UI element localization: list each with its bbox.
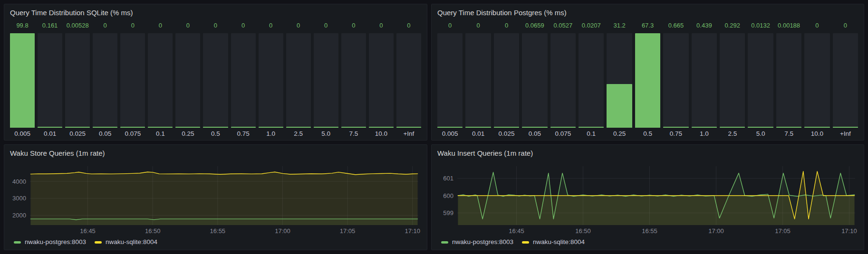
bar-value-label: 0 [494,22,519,30]
series-fill-nwaku-sqlite:8004 [30,172,417,225]
bar-category-label: 0.075 [120,128,145,137]
bar-track [93,33,117,128]
bar-cell: 05.0 [314,22,338,137]
bar-track [550,33,576,128]
bar-track [494,33,519,128]
legend-series-swatch [14,241,21,244]
bar-cell: 00.075 [120,22,145,137]
bar-cell: 00.01 [465,22,491,137]
bar-value-label: 0.161 [38,22,62,30]
bar-value-label: 0 [369,22,394,30]
legend-item-nwaku-sqlite:8004[interactable]: nwaku-sqlite:8004 [95,237,157,247]
bar-category-label: 0.5 [203,128,228,137]
bar-fill [522,127,547,128]
bar-category-label: 1.0 [259,128,283,137]
bar-fill [314,127,338,128]
bar-value-label: 0.00528 [65,22,90,30]
bar-value-label: 0 [148,22,173,30]
bar-fill [748,127,773,128]
bar-category-label: +Inf [833,128,858,137]
bar-cell: 00.005 [437,22,463,137]
bar-category-label: 0.05 [93,128,117,137]
bar-value-label: 0 [804,22,829,30]
bar-track [120,33,145,128]
bar-track [437,33,463,128]
x-tick-label: 16:55 [642,227,657,235]
bar-track [833,33,858,128]
bar-value-label: 99.8 [10,22,35,30]
bar-cell: 01.0 [259,22,283,137]
bar-track [720,33,745,128]
bar-track [748,33,773,128]
panel-title-postgres[interactable]: Query Time Distribution Postgres (% ms) [437,8,567,18]
bar-track [607,33,632,128]
x-tick-label: 17:00 [708,227,724,235]
panel-title-store-queries[interactable]: Waku Store Queries (1m rate) [10,148,105,159]
bar-fill [663,127,688,128]
panel-header: Waku Store Queries (1m rate) [10,148,421,159]
legend-item-nwaku-sqlite:8004[interactable]: nwaku-sqlite:8004 [522,237,585,247]
bar-fill [635,33,660,128]
legend-item-nwaku-postgres:8003[interactable]: nwaku-postgres:8003 [14,237,86,247]
panel-query-time-postgres: Query Time Distribution Postgres (% ms) … [431,4,864,141]
bar-value-label: 0 [259,22,283,30]
bar-category-label: 0.005 [10,128,35,137]
bar-value-label: 0.439 [692,22,717,30]
bar-track [522,33,547,128]
bar-value-label: 31.2 [607,22,632,30]
bar-cell: 0.06590.05 [522,22,547,137]
bar-cell: 0.6650.75 [663,22,688,137]
bar-value-label: 0 [231,22,256,30]
bar-fill [10,33,35,128]
bar-value-label: 0.292 [720,22,745,30]
bar-track [579,33,604,128]
bar-category-label: 0.01 [465,128,491,137]
insert-queries-legend: nwaku-postgres:8003nwaku-sqlite:8004 [437,237,858,247]
y-tick-label: 3000 [12,195,26,202]
grafana-dashboard: Query Time Distribution SQLite (% ms) 99… [0,0,868,254]
bar-cell: 0+Inf [396,22,421,137]
panel-title-sqlite[interactable]: Query Time Distribution SQLite (% ms) [10,8,133,18]
panel-header: Waku Insert Queries (1m rate) [437,148,858,159]
bar-value-label: 0 [93,22,117,30]
bar-fill [607,84,632,128]
bar-fill [175,127,200,128]
panel-header: Query Time Distribution Postgres (% ms) [437,8,858,18]
bar-cell: 0.1610.01 [38,22,62,137]
bar-fill [776,127,801,128]
bar-fill [720,127,745,128]
bar-track [148,33,173,128]
bar-fill [203,127,228,128]
bar-track [635,33,660,128]
bar-cell: 31.20.25 [607,22,632,137]
bar-fill [369,127,394,128]
bar-category-label: 0.75 [663,128,688,137]
bar-track [286,33,311,128]
bar-cell: 07.5 [341,22,366,137]
x-tick-label: 17:10 [841,227,857,235]
bar-category-label: 2.5 [720,128,745,137]
legend-series-swatch [522,241,529,244]
bar-value-label: 0.0527 [550,22,576,30]
bar-fill [120,127,145,128]
bar-value-label: 67.3 [635,22,660,30]
bar-value-label: 0 [341,22,366,30]
bar-track [10,33,35,128]
bar-value-label: 0 [286,22,311,30]
bar-track [314,33,338,128]
bar-track [175,33,200,128]
bar-cell: 0+Inf [833,22,858,137]
bar-value-label: 0 [396,22,421,30]
bar-fill [231,127,256,128]
bar-category-label: +Inf [396,128,421,137]
bar-value-label: 0 [314,22,338,30]
bar-fill [65,127,90,128]
bar-fill [550,127,576,128]
panel-title-insert-queries[interactable]: Waku Insert Queries (1m rate) [437,148,533,159]
x-tick-label: 17:00 [275,227,290,235]
bar-category-label: 0.025 [65,128,90,137]
bar-track [692,33,717,128]
legend-item-nwaku-postgres:8003[interactable]: nwaku-postgres:8003 [441,237,513,247]
bar-fill [437,127,463,128]
insert-queries-chart: 16:4516:5016:5517:0017:0517:10599600601 [437,159,858,236]
